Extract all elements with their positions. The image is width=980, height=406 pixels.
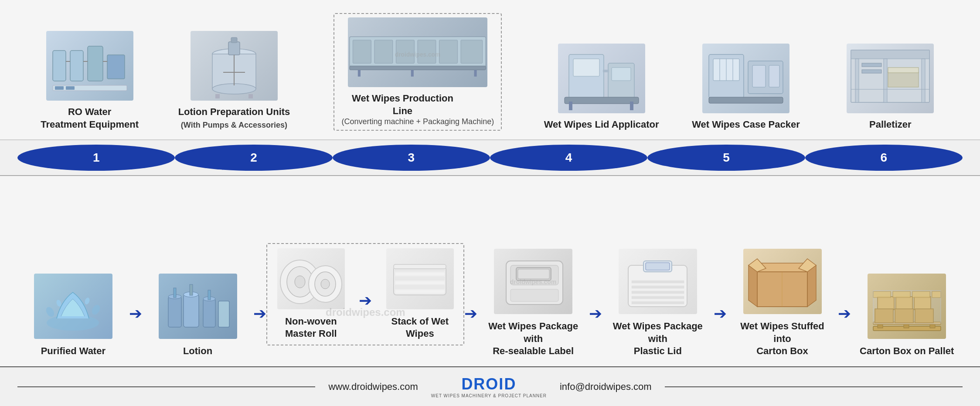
svg-rect-52	[922, 59, 925, 102]
product-item-3: Non-wovenMaster Roll	[276, 248, 346, 340]
product-image-4	[386, 248, 454, 309]
svg-rect-34	[612, 68, 631, 81]
svg-rect-63	[168, 297, 181, 327]
arrow-1: ➔	[129, 304, 142, 323]
svg-rect-0	[53, 51, 66, 81]
svg-text:droidwipes.com: droidwipes.com	[395, 51, 440, 58]
equipment-label-1: RO WaterTreatment Equipment	[41, 106, 139, 131]
product-image-6	[619, 249, 697, 314]
svg-rect-84	[395, 285, 445, 289]
equipment-image-2	[191, 31, 278, 101]
equipment-image-4	[558, 44, 645, 113]
svg-rect-15	[215, 94, 220, 98]
svg-rect-20	[353, 40, 371, 63]
svg-rect-37	[630, 102, 633, 110]
svg-rect-57	[862, 70, 881, 73]
step-badge-2: 2	[175, 145, 332, 171]
svg-rect-45	[752, 65, 766, 87]
svg-rect-3	[107, 55, 125, 79]
svg-marker-102	[749, 265, 757, 307]
svg-rect-29	[474, 70, 477, 76]
svg-rect-95	[646, 263, 670, 270]
step-badge-1: 1	[17, 145, 175, 171]
footer-website: www.droidwipes.com	[328, 381, 418, 392]
product-label-3: Non-wovenMaster Roll	[285, 315, 337, 340]
product-item-2: Lotion	[142, 274, 254, 358]
footer-logo-text: DROID	[461, 375, 516, 393]
svg-rect-13	[228, 42, 240, 55]
equipment-image-5	[702, 44, 789, 113]
product-label-8: Carton Box on Pallet	[860, 345, 954, 358]
product-image-1	[34, 274, 112, 339]
product-image-7	[743, 249, 822, 314]
svg-rect-7	[53, 85, 127, 91]
svg-rect-25	[461, 40, 483, 63]
step-badge-4: 4	[490, 145, 647, 171]
step-badge-6: 6	[805, 145, 963, 171]
svg-rect-69	[203, 299, 215, 327]
product-label-4: Stack of Wet Wipes	[385, 315, 455, 340]
svg-rect-21	[374, 40, 393, 63]
footer-email: info@droidwipes.com	[560, 381, 652, 392]
svg-rect-9	[66, 86, 75, 90]
arrow-3: ➔	[464, 304, 477, 323]
footer-logo-sub: WET WIPES MACHINERY & PROJECT PLANNER	[431, 393, 547, 398]
equipment-section: RO WaterTreatment Equipment	[0, 0, 980, 140]
product-label-1: Purified Water	[41, 345, 105, 358]
svg-rect-26	[350, 66, 486, 70]
arrow-6: ➔	[838, 304, 851, 323]
svg-rect-97	[632, 286, 684, 288]
svg-rect-68	[190, 284, 193, 295]
svg-rect-16	[248, 94, 253, 98]
svg-text:droidwipes.com: droidwipes.com	[510, 278, 556, 285]
svg-rect-28	[411, 70, 414, 76]
product-item-1: Purified Water	[17, 274, 129, 358]
svg-rect-46	[769, 65, 779, 87]
svg-rect-36	[569, 102, 572, 110]
product-item-8: Carton Box on Pallet	[851, 274, 963, 358]
svg-rect-81	[395, 272, 445, 276]
svg-rect-100	[632, 301, 684, 304]
product-label-5: Wet Wipes Package withRe-sealable Label	[485, 320, 581, 358]
svg-rect-85	[395, 290, 445, 293]
equipment-item-5: Wet Wipes Case Packer	[676, 44, 816, 131]
product-label-2: Lotion	[183, 345, 212, 358]
svg-rect-83	[395, 281, 445, 284]
equipment-sublabel-3: (Converting machine + Packaging Machine)	[341, 117, 494, 126]
svg-rect-27	[358, 70, 361, 76]
footer-line-right	[665, 386, 963, 387]
equipment-label-2: Lotion Preparation Units(With Pumps & Ac…	[178, 106, 290, 131]
svg-point-59	[44, 306, 56, 318]
product-item-7: Wet Wipes Stuffed intoCarton Box	[727, 249, 838, 358]
footer-logo: DROID WET WIPES MACHINERY & PROJECT PLAN…	[431, 375, 547, 398]
product-label-6: Wet Wipes Package withPlastic Lid	[610, 320, 706, 358]
svg-rect-86	[394, 264, 446, 269]
svg-point-75	[295, 276, 305, 288]
equipment-image-1	[46, 31, 133, 101]
footer-line-left	[17, 386, 315, 387]
svg-rect-72	[218, 301, 229, 327]
equipment-item-1: RO WaterTreatment Equipment	[20, 31, 160, 131]
product-item-4: Stack of Wet Wipes	[385, 248, 455, 340]
equipment-dash-box-3: droidwipes.com Wet Wipes Production Line…	[333, 13, 502, 131]
svg-rect-55	[888, 68, 919, 73]
svg-point-78	[321, 279, 330, 289]
svg-rect-24	[439, 40, 458, 63]
svg-rect-2	[88, 46, 103, 81]
product-item-6: Wet Wipes Package withPlastic Lid	[602, 249, 714, 358]
svg-rect-56	[862, 63, 881, 67]
svg-rect-51	[884, 59, 887, 102]
svg-rect-91	[510, 289, 558, 301]
svg-rect-14	[231, 37, 237, 43]
svg-rect-98	[632, 291, 684, 294]
equipment-image-6	[847, 44, 934, 113]
footer: www.droidwipes.com DROID WET WIPES MACHI…	[0, 366, 980, 406]
arrow-4: ➔	[589, 304, 602, 323]
equipment-label-3: Wet Wipes Production Line	[341, 92, 463, 117]
svg-rect-124	[873, 291, 941, 324]
svg-rect-99	[632, 296, 684, 299]
product-image-2	[159, 274, 237, 339]
svg-rect-1	[70, 51, 83, 81]
products-section: Purified Water ➔	[0, 176, 980, 366]
equipment-item-4: Wet Wipes Lid Applicator	[532, 44, 671, 131]
